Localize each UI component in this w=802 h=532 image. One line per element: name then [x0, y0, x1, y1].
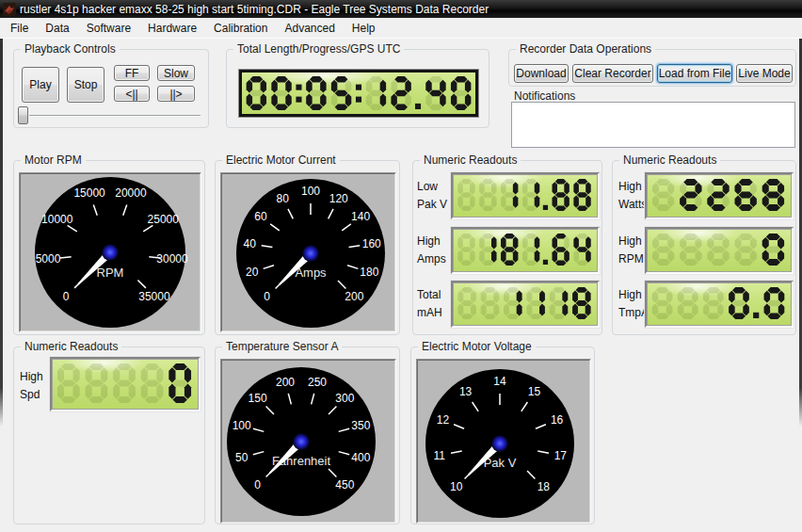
- app-window: rustler 4s1p hacker emaxx 58-25 high sta…: [0, 0, 802, 532]
- motor-rpm-title: Motor RPM: [21, 153, 86, 167]
- low-pak-v-display: [451, 172, 600, 219]
- numeric-readouts-2-title: Numeric Readouts: [619, 153, 720, 167]
- svg-text:30000: 30000: [156, 252, 188, 266]
- menu-file[interactable]: File: [2, 18, 37, 38]
- numeric-readouts-1-title: Numeric Readouts: [420, 153, 521, 167]
- title-bar: rustler 4s1p hacker emaxx 58-25 high sta…: [0, 0, 802, 18]
- svg-text:RPM: RPM: [97, 266, 124, 280]
- motor-voltage-group: Electric Motor Voltage 10111213141516171…: [410, 347, 595, 524]
- notifications-input[interactable]: [511, 102, 795, 148]
- voltage-gauge: 101112131415161718Pak V: [418, 361, 589, 522]
- numeric-readouts-3-title: Numeric Readouts: [21, 340, 121, 353]
- play-button[interactable]: Play: [22, 67, 59, 103]
- svg-text:250: 250: [308, 376, 327, 389]
- svg-text:25000: 25000: [148, 213, 180, 226]
- svg-text:40: 40: [244, 237, 257, 250]
- svg-text:10000: 10000: [41, 213, 73, 226]
- svg-text:20: 20: [246, 266, 259, 279]
- svg-text:300: 300: [335, 392, 354, 405]
- numeric-readouts-group-1: Numeric Readouts LowPak V HighAmps Total…: [412, 160, 602, 335]
- high-amps-label: HighAmps: [417, 233, 446, 268]
- recorder-ops-group: Recorder Data Operations Download Clear …: [508, 49, 796, 87]
- svg-text:350: 350: [351, 419, 370, 432]
- stop-button[interactable]: Stop: [67, 67, 104, 103]
- slow-button[interactable]: Slow: [157, 65, 195, 81]
- svg-text:14: 14: [493, 375, 506, 388]
- high-amps-display: [451, 227, 600, 274]
- svg-text:15000: 15000: [73, 186, 105, 200]
- svg-text:60: 60: [254, 210, 267, 223]
- motor-voltage-title: Electric Motor Voltage: [418, 340, 536, 353]
- svg-text:17: 17: [554, 449, 568, 462]
- svg-text:150: 150: [249, 392, 267, 405]
- svg-text:100: 100: [233, 419, 251, 432]
- recorder-ops-title: Recorder Data Operations: [516, 42, 655, 56]
- svg-text:450: 450: [335, 478, 354, 492]
- download-button[interactable]: Download: [514, 64, 569, 83]
- step-back-button[interactable]: <||: [114, 86, 150, 102]
- svg-text:10: 10: [450, 480, 463, 493]
- svg-text:140: 140: [351, 210, 370, 223]
- svg-text:20000: 20000: [115, 186, 147, 200]
- svg-text:35000: 35000: [138, 290, 170, 303]
- progress-group: Total Length/Progress/GPS UTC: [226, 49, 489, 128]
- svg-text:15: 15: [528, 385, 541, 398]
- svg-text:100: 100: [301, 185, 320, 198]
- svg-text:80: 80: [277, 192, 290, 205]
- svg-text:200: 200: [276, 376, 295, 389]
- progress-title: Total Length/Progress/GPS UTC: [233, 42, 404, 56]
- motor-current-title: Electric Motor Current: [222, 153, 340, 167]
- svg-text:180: 180: [360, 266, 378, 279]
- step-forward-button[interactable]: ||>: [157, 86, 195, 102]
- motor-rpm-gauge: 05000100001500020000250003000035000RPM: [21, 174, 200, 330]
- svg-text:120: 120: [329, 192, 348, 205]
- playback-controls-title: Playback Controls: [21, 42, 120, 56]
- menu-data[interactable]: Data: [37, 18, 77, 38]
- total-mah-label: TotalmAH: [417, 286, 442, 322]
- motor-rpm-group: Motor RPM 050001000015000200002500030000…: [13, 160, 205, 335]
- menu-software[interactable]: Software: [78, 18, 139, 38]
- motor-current-group: Electric Motor Current 02040608010012014…: [215, 160, 400, 335]
- svg-text:0: 0: [264, 290, 270, 303]
- menu-bar: File Data Software Hardware Calibration …: [0, 18, 802, 39]
- svg-text:5000: 5000: [36, 252, 61, 266]
- motor-current-gauge: 020406080100120140160180200Amps: [222, 174, 394, 330]
- slider-track[interactable]: [29, 115, 200, 117]
- svg-text:0: 0: [254, 478, 261, 492]
- high-rpm-display: [645, 227, 794, 274]
- high-watts-label: HighWatts: [618, 178, 647, 214]
- fast-forward-button[interactable]: FF: [114, 65, 150, 81]
- temperature-sensor-group: Temperature Sensor A 0501001502002503003…: [215, 347, 400, 524]
- menu-hardware[interactable]: Hardware: [139, 18, 205, 38]
- high-rpm-label: HighRPM: [618, 233, 644, 268]
- menu-advanced[interactable]: Advanced: [276, 18, 343, 38]
- menu-calibration[interactable]: Calibration: [205, 18, 276, 38]
- svg-text:0: 0: [63, 290, 70, 303]
- temperature-sensor-title: Temperature Sensor A: [222, 340, 342, 353]
- clear-recorder-button[interactable]: Clear Recorder: [572, 64, 653, 83]
- live-mode-button[interactable]: Live Mode: [736, 64, 793, 83]
- menu-help[interactable]: Help: [344, 18, 384, 38]
- svg-text:400: 400: [351, 451, 370, 464]
- svg-text:200: 200: [345, 290, 363, 303]
- high-spd-label: HighSpd: [20, 368, 43, 404]
- slider-thumb[interactable]: [18, 106, 28, 124]
- load-from-file-button[interactable]: Load from File: [657, 64, 732, 83]
- svg-text:12: 12: [437, 413, 450, 427]
- temperature-gauge: 050100150200250300350400450Fahrenheit: [222, 361, 394, 522]
- notifications-label: Notifications: [514, 89, 575, 103]
- high-spd-display: [50, 357, 200, 411]
- time-lcd-digits: [242, 73, 475, 114]
- svg-text:16: 16: [551, 413, 564, 427]
- app-icon: [3, 3, 16, 16]
- playback-slider[interactable]: [18, 106, 204, 125]
- playback-controls-group: Playback Controls Play Stop FF Slow <|| …: [13, 49, 209, 128]
- svg-text:50: 50: [235, 451, 249, 464]
- svg-text:11: 11: [433, 449, 445, 462]
- high-tmpa-display: [645, 281, 794, 328]
- window-title: rustler 4s1p hacker emaxx 58-25 high sta…: [20, 3, 489, 16]
- svg-text:18: 18: [537, 480, 551, 493]
- numeric-readouts-group-2: Numeric Readouts HighWatts HighRPM HighT…: [612, 160, 796, 335]
- svg-text:160: 160: [362, 237, 381, 250]
- svg-text:13: 13: [459, 385, 473, 398]
